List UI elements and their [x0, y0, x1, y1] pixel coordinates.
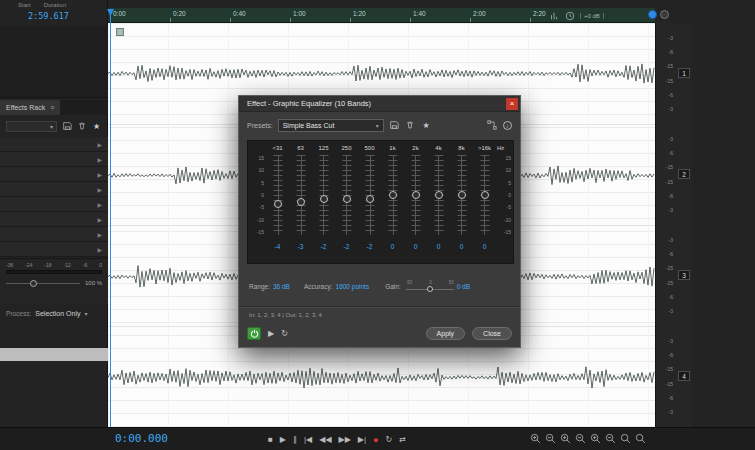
- zoom-in-amplitude-icon[interactable]: [590, 433, 601, 444]
- eq-band-value[interactable]: -2: [358, 243, 381, 250]
- playhead-time-display[interactable]: 0:00.000: [115, 432, 168, 445]
- save-preset-icon[interactable]: [389, 120, 400, 131]
- process-label: Process:: [6, 310, 31, 317]
- process-row: Process: Selection Only ▾: [6, 310, 87, 317]
- effects-rack-slot-list: ▶▶▶▶▶▶▶▶: [0, 137, 108, 257]
- eq-band-value[interactable]: -3: [289, 243, 312, 250]
- eq-band-value[interactable]: -2: [312, 243, 335, 250]
- gain-tick-label: 50: [449, 280, 454, 285]
- play-button[interactable]: ▶: [280, 435, 286, 444]
- presets-dropdown[interactable]: Simple Bass Cut ▾: [278, 119, 384, 132]
- effect-power-toggle[interactable]: [247, 327, 261, 340]
- effects-rack-slot[interactable]: ▶: [0, 242, 108, 257]
- gain-slider[interactable]: -50050: [406, 280, 454, 293]
- band-frequency-label: 125: [312, 145, 335, 151]
- eq-band-slider[interactable]: [297, 198, 305, 206]
- gain-value[interactable]: 0 dB: [457, 283, 470, 290]
- db-label: -3: [656, 308, 673, 314]
- eq-band-value[interactable]: -2: [335, 243, 358, 250]
- db-scale-label: 0: [498, 192, 511, 198]
- eq-band-slider[interactable]: [366, 195, 374, 203]
- loop-playback-button[interactable]: ↻: [386, 435, 393, 444]
- eq-band-slider[interactable]: [481, 191, 489, 199]
- monitor-input-icon[interactable]: [648, 10, 657, 19]
- eq-band-slider[interactable]: [320, 195, 328, 203]
- db-label: -3: [656, 237, 673, 243]
- gain-tick-label: 0: [429, 280, 432, 285]
- eq-band-slider[interactable]: [389, 191, 397, 199]
- delete-preset-icon[interactable]: [405, 120, 416, 131]
- monitor-gain-readout[interactable]: +0 dB: [580, 13, 604, 19]
- move-next-button[interactable]: ▶|: [358, 435, 366, 444]
- db-label: -6: [656, 395, 673, 401]
- db-label: -6: [656, 49, 673, 55]
- eq-band-slider[interactable]: [412, 191, 420, 199]
- band-frequency-label: >16k: [473, 145, 496, 151]
- rewind-button[interactable]: ◀◀: [319, 435, 331, 444]
- panel-menu-icon[interactable]: ≡: [50, 100, 54, 115]
- meter-icon[interactable]: [548, 10, 559, 21]
- info-icon[interactable]: i: [503, 121, 512, 130]
- mix-slider-knob[interactable]: [30, 280, 37, 287]
- clock-icon[interactable]: [564, 10, 575, 21]
- amplitude-ruler[interactable]: -3-6-15-15-6-31-3-6-15-15-6-32-3-6-15-15…: [655, 23, 692, 427]
- range-value[interactable]: 36 dB: [273, 283, 290, 290]
- process-mode-dropdown[interactable]: Selection Only: [35, 310, 80, 317]
- effects-rack-slot[interactable]: ▶: [0, 212, 108, 227]
- pause-button[interactable]: ∥: [293, 435, 297, 444]
- db-label: -15: [656, 265, 673, 271]
- zoom-in-time-icon[interactable]: [560, 433, 571, 444]
- zoom-out-amplitude-icon[interactable]: [605, 433, 616, 444]
- rack-save-icon[interactable]: [61, 121, 72, 132]
- eq-band-slider[interactable]: [435, 191, 443, 199]
- accuracy-value[interactable]: 1600 points: [336, 283, 370, 290]
- effects-rack-slot[interactable]: ▶: [0, 182, 108, 197]
- preview-loop-button[interactable]: ↻: [281, 327, 288, 340]
- mix-slider[interactable]: [6, 283, 80, 284]
- db-label: -15: [656, 63, 673, 69]
- rack-preset-dropdown[interactable]: ▾: [6, 121, 57, 132]
- eq-band-slider[interactable]: [458, 191, 466, 199]
- zoom-to-selection-icon[interactable]: [620, 433, 631, 444]
- effects-rack-slot[interactable]: ▶: [0, 167, 108, 182]
- slot-arrow-icon: ▶: [97, 231, 102, 238]
- eq-band: [473, 155, 496, 235]
- effects-rack-slot[interactable]: ▶: [0, 197, 108, 212]
- monitor-output-icon[interactable]: [660, 10, 669, 19]
- stop-button[interactable]: ■: [268, 435, 273, 444]
- zoom-full-icon[interactable]: [635, 433, 646, 444]
- zoom-in-icon[interactable]: [530, 433, 541, 444]
- db-scale-label: 5: [251, 180, 264, 186]
- favorite-preset-icon[interactable]: ★: [421, 120, 432, 131]
- eq-band-value[interactable]: 0: [427, 243, 450, 250]
- preview-play-button[interactable]: ▶: [268, 327, 274, 340]
- effects-rack-slot[interactable]: ▶: [0, 152, 108, 167]
- playhead[interactable]: [110, 9, 111, 427]
- db-scale-label: 10: [251, 167, 264, 173]
- zoom-out-time-icon[interactable]: [575, 433, 586, 444]
- rack-favorite-icon[interactable]: ★: [91, 121, 102, 132]
- db-label: -3: [656, 207, 673, 213]
- gain-slider-knob[interactable]: [427, 286, 433, 292]
- eq-band-value[interactable]: 0: [381, 243, 404, 250]
- eq-band-slider[interactable]: [343, 195, 351, 203]
- eq-band-value[interactable]: -4: [266, 243, 289, 250]
- move-previous-button[interactable]: |◀: [304, 435, 312, 444]
- rack-delete-icon[interactable]: [76, 121, 87, 132]
- record-button[interactable]: ●: [373, 435, 378, 445]
- eq-band-value[interactable]: 0: [404, 243, 427, 250]
- dialog-titlebar[interactable]: Effect - Graphic Equalizer (10 Bands) ×: [239, 96, 520, 112]
- fast-forward-button[interactable]: ▶▶: [339, 435, 351, 444]
- zoom-out-icon[interactable]: [545, 433, 556, 444]
- apply-button[interactable]: Apply: [426, 327, 466, 340]
- close-button[interactable]: Close: [472, 327, 512, 340]
- effects-rack-slot[interactable]: ▶: [0, 227, 108, 242]
- skip-selection-button[interactable]: ⇄: [399, 435, 406, 444]
- eq-band-value[interactable]: 0: [450, 243, 473, 250]
- effects-rack-slot[interactable]: ▶: [0, 137, 108, 152]
- close-icon[interactable]: ×: [506, 98, 518, 110]
- tab-effects-rack[interactable]: Effects Rack ≡: [0, 100, 60, 115]
- eq-band-value[interactable]: 0: [473, 243, 496, 250]
- channel-routing-icon[interactable]: [486, 120, 497, 131]
- eq-band-slider[interactable]: [274, 200, 282, 208]
